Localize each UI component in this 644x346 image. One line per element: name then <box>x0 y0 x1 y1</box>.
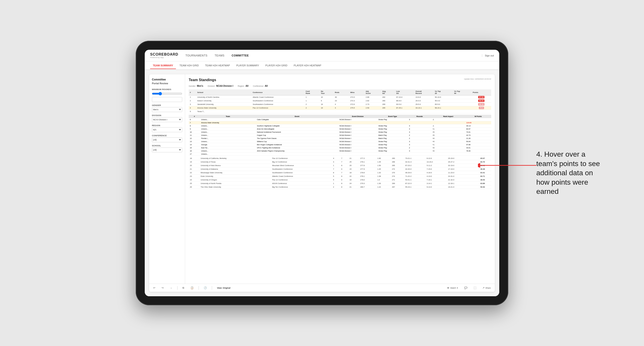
bottom-toolbar: ↩ ↪ → ⧉ 📋 <box>149 284 495 292</box>
filter-row: Gender: Men's Division: NCAA Division I … <box>189 85 491 87</box>
paste-icon: 📋 <box>190 286 194 289</box>
sub-nav: TEAM SUMMARY TEAM H2H GRID TEAM H2H HEAT… <box>145 61 499 70</box>
forward-icon: → <box>170 287 172 289</box>
table-row: 18 University of California, Berkeley Pa… <box>189 157 491 160</box>
table-row: 22 Mississippi State University Southeas… <box>189 171 491 174</box>
tablet-screen: SCOREBOARD Powered by clipp TOURNAMENTS … <box>145 50 499 296</box>
table-row: 3 Vanderbilt University Southeastern Con… <box>189 103 491 106</box>
toolbar-divider-1 <box>177 286 178 290</box>
min-rounds-input[interactable]: 3 <box>152 97 182 102</box>
sub-nav-player-h2h-heatmap[interactable]: PLAYER H2H HEATMAP <box>291 62 324 69</box>
update-time: Update time: 13/03/2024 10:03:42 <box>464 78 491 80</box>
toolbar-divider-3 <box>212 286 212 290</box>
fullscreen-button[interactable]: ⛶ <box>472 286 478 290</box>
col-conference: Conference <box>252 89 304 95</box>
school-select[interactable]: (All) <box>152 148 182 152</box>
col-vs-top25: Vs Top25 <box>434 89 453 95</box>
standings-table-continued: 18 University of California, Berkeley Pa… <box>189 157 491 189</box>
table-row: 26 The Ohio State University Big Ten Con… <box>189 185 491 189</box>
filter-region-value: All <box>246 85 248 87</box>
copy-button[interactable]: ⧉ <box>181 286 186 290</box>
col-low-sg: LowSG <box>395 89 414 95</box>
col-rank: # <box>189 89 196 95</box>
hover-row: 8 Univers... Southern Highlands Collegia… <box>189 124 491 128</box>
sub-nav-team-h2h-grid[interactable]: TEAM H2H GRID <box>177 62 202 69</box>
annotation-area: 4. Hover over a team's points to see add… <box>536 150 608 196</box>
forward-button[interactable]: → <box>168 286 174 290</box>
top-nav: SCOREBOARD Powered by clipp TOURNAMENTS … <box>145 50 499 61</box>
undo-button[interactable]: ↩ <box>152 286 156 290</box>
filter-gender-label: Gender: <box>189 85 196 87</box>
comment-button[interactable]: 💬 <box>463 286 469 290</box>
share-icon: ↗ <box>482 286 484 289</box>
eye-icon: 👁 <box>447 287 450 289</box>
clock-icon: 🕐 <box>204 286 207 289</box>
nav-links: TOURNAMENTS TEAMS COMMITTEE <box>186 53 482 58</box>
table-row: 21 University of Alabama Southeastern Co… <box>189 168 491 171</box>
table-row highlighted: 4 Arizona State University Pac-12 Confer… <box>189 106 491 110</box>
filter-conference: Conference: All <box>253 85 268 87</box>
min-rounds-slider[interactable] <box>152 91 182 96</box>
table-row: 1 University of North Carolina Atlantic … <box>189 95 491 99</box>
table-header: # School Conference ConfRank NoTour Rnds… <box>189 89 491 95</box>
view-label: View: Original <box>217 287 230 289</box>
nav-teams[interactable]: TEAMS <box>215 53 224 58</box>
sub-nav-team-summary[interactable]: TEAM SUMMARY <box>150 62 176 69</box>
sidebar: Committee Portal Review Minimum Rounds 3… <box>149 74 185 284</box>
filter-region-label: Region: <box>238 85 244 87</box>
gender-select[interactable]: Men's Women's <box>152 107 182 112</box>
filter-gender-value: Men's <box>197 85 203 87</box>
tablet-frame: SCOREBOARD Powered by clipp TOURNAMENTS … <box>136 41 508 305</box>
redo-button[interactable]: ↪ <box>160 286 165 290</box>
hover-row: 11 Univers... Copper Cup NCAA Division I… <box>189 134 491 137</box>
school-label: School <box>152 145 182 147</box>
region-label: Region <box>152 124 182 127</box>
view-button[interactable]: View: Original <box>216 286 232 290</box>
conference-label: Conference <box>152 135 182 137</box>
hover-row: 14 Georgia Ben Hogan Collegiate Invitati… <box>189 143 491 146</box>
nav-tournaments[interactable]: TOURNAMENTS <box>186 53 208 58</box>
col-avg-score: Avg.SG <box>381 89 395 95</box>
hover-row: 9 Univers... Amer An Intercollegiate NCA… <box>189 128 491 131</box>
watch-chevron-icon: ▾ <box>457 287 458 289</box>
sidebar-subtitle: Portal Review <box>152 82 182 85</box>
sub-nav-player-summary[interactable]: PLAYER SUMMARY <box>234 62 262 69</box>
paste-button[interactable]: 📋 <box>189 286 195 290</box>
main-content: Committee Portal Review Minimum Rounds 3… <box>145 70 499 296</box>
table-row: 24 University of Oregon Pac-12 Conferenc… <box>189 178 491 182</box>
logo-area: SCOREBOARD Powered by clipp <box>150 52 178 58</box>
logo-text: SCOREBOARD <box>150 52 178 56</box>
gender-label: Gender <box>152 104 182 106</box>
table-header-row: Team Standings Update time: 13/03/2024 1… <box>189 78 491 82</box>
filter-region: Region: All <box>238 85 248 87</box>
col-conf-rank: ConfRank <box>304 89 320 95</box>
table-row: 19 University of Texas Big 12 Conference… <box>189 160 491 164</box>
share-button[interactable]: ↗ Share <box>481 286 492 290</box>
division-select[interactable]: NCAA Division I NCAA Division II NCAA Di… <box>152 117 182 122</box>
col-points: Points <box>472 89 491 95</box>
conference-select[interactable]: (All) ACC Big 12 SEC <box>152 137 182 142</box>
hover-row: 12 Florida I... The Cypress Point Classi… <box>189 137 491 140</box>
sign-out-link[interactable]: Sign out <box>482 54 494 57</box>
watch-button[interactable]: 👁 Watch ▾ <box>446 286 459 290</box>
clock-button[interactable]: 🕐 <box>202 286 208 290</box>
table-title: Team Standings <box>189 78 216 82</box>
annotation-arrow <box>478 159 541 172</box>
sub-nav-player-h2h-grid[interactable]: PLAYER H2H GRID <box>263 62 290 69</box>
filter-division-label: Division: <box>208 85 215 87</box>
hover-row-highlighted: 7 Arizona State University 119.63 <box>189 121 491 124</box>
hover-row: 10 Univers... National Invitational Tour… <box>189 131 491 134</box>
nav-committee[interactable]: COMMITTEE <box>232 53 249 58</box>
filter-gender: Gender: Men's <box>189 85 203 87</box>
annotation-text: 4. Hover over a team's points to see add… <box>536 150 608 196</box>
region-select[interactable]: N/A East West <box>152 127 182 132</box>
share-label: Share <box>485 287 491 289</box>
filter-division: Division: NCAA Division I <box>208 85 233 87</box>
hover-row: 15 East Tar... OFCC Fighting Illini Invi… <box>189 146 491 150</box>
col-overall: OverallRecord <box>414 89 434 95</box>
undo-icon: ↩ <box>153 286 155 289</box>
filter-conference-value: All <box>265 85 268 87</box>
hover-table-header: # Team Event Event Division Event Type R… <box>189 115 491 118</box>
fullscreen-icon: ⛶ <box>474 287 476 289</box>
sub-nav-team-h2h-heatmap[interactable]: TEAM H2H HEATMAP <box>202 62 233 69</box>
